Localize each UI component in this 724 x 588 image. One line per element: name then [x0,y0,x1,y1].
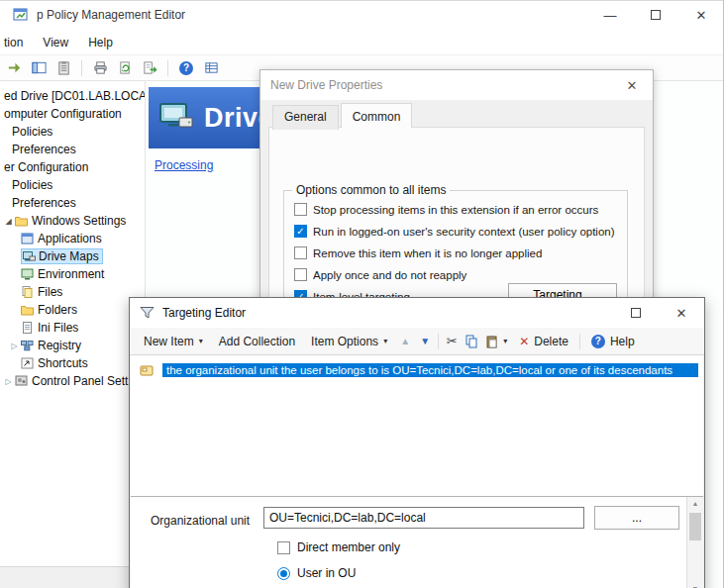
tree-item-computer-configuration[interactable]: omputer Configuration [0,105,145,123]
tree-item-label: Folders [38,303,77,317]
menu-help[interactable]: Help [78,32,123,53]
tree-item-label: Environment [38,267,104,281]
drive-maps-icon [23,250,36,262]
maximize-icon [631,308,641,318]
tree-item-preferences[interactable]: Preferences [0,141,145,158]
direct-member-option[interactable]: Direct member only [277,540,400,554]
organizational-unit-label: Organizational unit [151,514,250,528]
properties-dialog-titlebar: New Drive Properties ✕ [260,70,653,100]
tree-item-user-configuration[interactable]: er Configuration [0,158,145,176]
tree-item-label: Drive Maps [39,249,99,263]
collapsed-arrow-icon[interactable]: ▷ [2,377,15,386]
tree-item-environment[interactable]: Environment [0,265,145,283]
tree-item-gpo-root[interactable]: ed Drive [DC01.LAB.LOCA [0,87,145,105]
new-item-button[interactable]: New Item ▾ [136,331,211,352]
tree-item-folders[interactable]: Folders [0,301,145,319]
radio-selected-icon[interactable] [277,567,290,580]
forward-arrow-icon[interactable] [4,58,24,78]
cut-icon[interactable]: ✂ [442,332,462,351]
tree-item-windows-settings[interactable]: ◢ Windows Settings [0,212,145,230]
maximize-button[interactable] [633,0,678,30]
tree-item-shortcuts[interactable]: Shortcuts [0,354,145,372]
paste-button[interactable]: ▾ [481,331,511,352]
tree-item-label: ed Drive [DC01.LAB.LOCA [4,89,146,103]
collapsed-arrow-icon[interactable]: ▷ [8,342,21,350]
window-bottom-strip [0,566,129,588]
move-up-icon[interactable]: ▲ [395,336,415,346]
expanded-arrow-icon[interactable]: ◢ [2,217,15,226]
folders-icon [21,304,34,316]
option-label: Stop processing items in this extension … [313,204,598,216]
option-stop-processing[interactable]: Stop processing items in this extension … [294,203,598,216]
tab-common[interactable]: Common [341,103,413,128]
help-icon[interactable]: ? [176,58,196,78]
minimize-button[interactable]: — [587,0,633,30]
option-remove-when-not-applied[interactable]: Remove this item when it is no longer ap… [294,246,542,259]
delete-button[interactable]: ✕ Delete [511,331,576,352]
option-apply-once[interactable]: Apply once and do not reapply [294,268,466,281]
funnel-filter-icon [140,306,155,320]
tree-item-label: Preferences [12,196,76,210]
scrollbar-up-icon[interactable]: ▲ [687,500,703,507]
toolbar-separator [438,334,439,349]
tree-item-policies-user[interactable]: Policies [0,176,145,194]
te-maximize-button[interactable] [613,298,659,328]
chevron-down-icon: ▾ [383,337,387,345]
tree-item-registry[interactable]: ▷ Registry [0,337,145,354]
tree-item-ini-files[interactable]: Ini Files [0,319,145,337]
menu-view[interactable]: View [33,32,78,53]
move-down-icon[interactable]: ▼ [415,336,435,346]
tree-item-preferences-user[interactable]: Preferences [0,194,145,212]
item-options-button[interactable]: Item Options ▾ [303,331,395,352]
user-in-ou-label: User in OU [297,566,356,580]
minimize-icon: — [604,8,617,23]
checkbox-unchecked-icon[interactable] [294,203,307,216]
tree-item-label: Control Panel Sett [32,374,128,388]
options-group-title: Options common to all items [292,183,450,197]
tree-item-applications[interactable]: Applications [0,230,145,247]
targeting-item-row[interactable]: the organizational unit the user belongs… [131,363,703,377]
add-collection-button[interactable]: Add Collection [211,331,303,352]
tab-general[interactable]: General [272,105,339,130]
user-in-ou-option[interactable]: User in OU [277,566,356,580]
targeting-editor-dialog: Targeting Editor ✕ New Item ▾ Add Collec… [129,297,705,588]
tree-item-files[interactable]: Files [0,283,145,301]
console-tree: ed Drive [DC01.LAB.LOCA omputer Configur… [0,81,146,566]
checkbox-checked-icon[interactable]: ✓ [294,225,307,238]
tree-item-control-panel-settings[interactable]: ▷ Control Panel Sett [0,372,145,390]
checkbox-unchecked-icon[interactable] [294,268,307,281]
te-close-button[interactable]: ✕ [659,298,704,328]
tree-item-label: Policies [12,178,52,192]
checkbox-unchecked-icon[interactable] [277,541,290,554]
print-icon[interactable] [90,58,110,78]
option-label: Run in logged-on user's security context… [313,226,615,238]
maximize-icon [651,10,661,20]
copy-icon[interactable] [462,332,481,351]
tree-item-label: Shortcuts [38,356,88,370]
detail-scrollbar[interactable]: ▲ ▼ [686,497,703,588]
properties-close-button[interactable]: ✕ [611,70,653,100]
option-run-user-context[interactable]: ✓ Run in logged-on user's security conte… [294,225,615,238]
delete-label: Delete [534,335,569,348]
tree-item-policies[interactable]: Policies [0,123,145,141]
export-list-icon[interactable] [140,58,159,78]
refresh-document-icon[interactable] [115,58,135,78]
targeting-item-detail-panel: Organizational unit ... Direct member on… [131,496,703,588]
organizational-unit-input[interactable] [263,507,584,529]
targeting-editor-title: Targeting Editor [162,306,246,320]
processing-link[interactable]: Processing [155,158,213,172]
console-tree-icon[interactable] [29,58,49,78]
new-item-label: New Item [144,335,194,348]
checkbox-unchecked-icon[interactable] [294,246,307,259]
tree-item-drive-maps[interactable]: Drive Maps [0,247,145,265]
properties-clipboard-icon[interactable] [53,58,73,78]
tree-item-label: Applications [38,232,102,245]
menu-action[interactable]: tion [0,32,33,53]
targeting-editor-titlebar: Targeting Editor ✕ [130,298,704,328]
window-top-edge [0,0,724,1]
close-button[interactable]: ✕ [678,0,724,30]
help-button[interactable]: ? Help [583,331,643,352]
browse-button[interactable]: ... [594,506,679,530]
list-view-icon[interactable] [201,58,221,78]
scrollbar-thumb[interactable] [689,513,701,540]
